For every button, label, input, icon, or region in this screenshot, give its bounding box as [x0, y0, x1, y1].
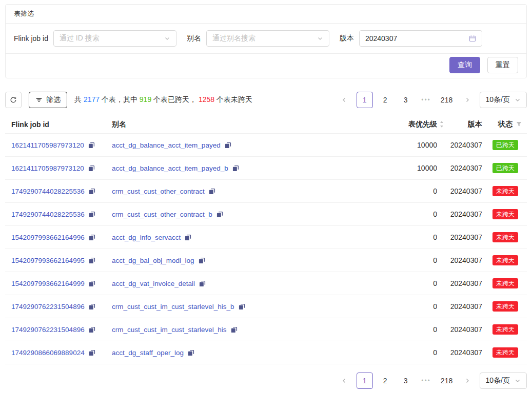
- copy-icon[interactable]: [89, 188, 95, 195]
- flink-job-id-link[interactable]: 1621411705987973120: [11, 141, 84, 149]
- prev-page-button[interactable]: [336, 92, 352, 108]
- status-badge: 未跨天: [492, 255, 518, 265]
- status-cell: 未跨天: [482, 255, 522, 265]
- page-button-last[interactable]: 218: [439, 373, 455, 389]
- table-header: Flink job id 别名 表优先级 版本 状态: [5, 115, 527, 134]
- status-cell: 未跨天: [482, 232, 522, 242]
- page-size-select[interactable]: 10条/页: [480, 373, 527, 389]
- copy-icon[interactable]: [216, 211, 223, 218]
- copy-icon[interactable]: [88, 165, 95, 172]
- alias-link[interactable]: crm_cust_cust_im_cust_starlevel_his_b: [112, 303, 234, 311]
- summary-uncrossed-count: 1258: [199, 95, 214, 104]
- page-button-2[interactable]: 2: [377, 92, 393, 108]
- version-label: 版本: [340, 34, 354, 43]
- query-button[interactable]: 查询: [449, 57, 480, 73]
- reset-button[interactable]: 重置: [487, 57, 518, 73]
- page-button-3[interactable]: 3: [398, 373, 414, 389]
- version-cell: 20240307: [444, 325, 482, 334]
- next-page-button[interactable]: [459, 92, 476, 108]
- flink-job-id-select[interactable]: 通过 ID 搜索: [53, 30, 176, 47]
- priority-cell: 0: [362, 279, 444, 287]
- copy-icon[interactable]: [188, 349, 194, 356]
- flink-job-id-field: Flink job id 通过 ID 搜索: [14, 30, 176, 47]
- alias-cell: acct_dg_staff_oper_log: [112, 349, 362, 357]
- filter-funnel-icon[interactable]: [516, 121, 522, 127]
- alias-link[interactable]: crm_cust_cust_other_contract: [112, 188, 205, 195]
- page-ellipsis[interactable]: •••: [418, 373, 435, 389]
- alias-link[interactable]: acct_dg_staff_oper_log: [112, 349, 184, 357]
- table-row: 1749290744028225536 crm_cust_cust_other_…: [5, 203, 527, 226]
- summary-part: 个表，其中: [100, 95, 140, 104]
- page-button-1[interactable]: 1: [357, 373, 373, 389]
- summary-text: 共 2177 个表，其中 919 个表已跨天， 1258 个表未跨天: [74, 95, 252, 105]
- alias-link[interactable]: acct_dg_balance_acct_item_payed_b: [112, 164, 228, 172]
- flink-job-id-link[interactable]: 1542097993662164996: [11, 234, 85, 241]
- copy-icon[interactable]: [231, 326, 238, 333]
- job-id-cell: 1621411705987973120: [11, 164, 112, 172]
- copy-icon[interactable]: [89, 257, 95, 264]
- flink-job-id-link[interactable]: 1542097993662164999: [11, 280, 85, 287]
- page-button-last[interactable]: 218: [439, 92, 455, 108]
- alias-link[interactable]: acct_dg_bal_obj_modi_log: [112, 257, 194, 264]
- priority-cell: 0: [362, 210, 444, 218]
- refresh-button[interactable]: [5, 92, 22, 108]
- copy-icon[interactable]: [89, 303, 95, 310]
- chevron-down-icon: [317, 35, 323, 42]
- copy-icon[interactable]: [239, 303, 245, 310]
- filter-button[interactable]: 筛选: [29, 92, 67, 108]
- flink-job-id-link[interactable]: 1542097993662164995: [11, 257, 85, 264]
- prev-page-button[interactable]: [336, 373, 352, 389]
- copy-icon[interactable]: [89, 326, 95, 333]
- alias-select[interactable]: 通过别名搜索: [206, 30, 329, 47]
- copy-icon[interactable]: [89, 211, 95, 218]
- summary-total-count: 2177: [84, 95, 100, 104]
- alias-label: 别名: [187, 34, 201, 43]
- status-cell: 未跨天: [482, 347, 522, 358]
- flink-job-id-link[interactable]: 1749290744028225536: [11, 188, 85, 195]
- copy-icon[interactable]: [225, 142, 231, 149]
- column-header-status: 状态: [482, 120, 522, 129]
- copy-icon[interactable]: [209, 188, 215, 195]
- sort-carets-icon[interactable]: [439, 120, 444, 129]
- copy-icon[interactable]: [199, 280, 206, 287]
- alias-link[interactable]: acct_dg_vat_invoice_detail: [112, 280, 195, 287]
- page-size-value: 10条/页: [486, 376, 510, 385]
- job-id-cell: 1621411705987973120: [11, 141, 112, 149]
- copy-icon[interactable]: [89, 349, 95, 356]
- version-date-picker[interactable]: 20240307: [359, 30, 482, 47]
- page-button-3[interactable]: 3: [398, 92, 414, 108]
- column-header-status-label: 状态: [498, 120, 513, 129]
- copy-icon[interactable]: [88, 142, 95, 149]
- flink-job-id-link[interactable]: 1749290866069889024: [11, 349, 85, 357]
- alias-link[interactable]: crm_cust_cust_im_cust_starlevel_his: [112, 326, 227, 334]
- job-id-cell: 1749290744028225536: [11, 211, 112, 218]
- priority-cell: 10000: [362, 164, 444, 172]
- priority-cell: 0: [362, 233, 444, 241]
- copy-icon[interactable]: [89, 280, 95, 287]
- copy-icon[interactable]: [232, 165, 239, 172]
- page-size-select[interactable]: 10条/页: [480, 92, 527, 108]
- alias-link[interactable]: acct_dg_balance_acct_item_payed: [112, 141, 221, 149]
- copy-icon[interactable]: [199, 257, 205, 264]
- column-header-priority[interactable]: 表优先级: [362, 120, 444, 129]
- flink-job-id-link[interactable]: 1749290762231504896: [11, 303, 85, 311]
- copy-icon[interactable]: [89, 234, 95, 241]
- flink-job-id-link[interactable]: 1749290762231504896: [11, 326, 85, 334]
- status-badge: 未跨天: [492, 186, 518, 196]
- alias-link[interactable]: acct_dg_info_servacct: [112, 234, 181, 241]
- flink-job-id-link[interactable]: 1621411705987973120: [11, 164, 84, 172]
- version-field: 版本 20240307: [340, 30, 482, 47]
- page-button-2[interactable]: 2: [377, 373, 393, 389]
- next-page-button[interactable]: [459, 373, 476, 389]
- page-button-1[interactable]: 1: [357, 92, 373, 108]
- status-badge: 未跨天: [492, 232, 518, 242]
- alias-link[interactable]: crm_cust_cust_other_contract_b: [112, 211, 212, 218]
- status-badge: 未跨天: [492, 324, 518, 335]
- table-row: 1621411705987973120 acct_dg_balance_acct…: [5, 157, 527, 180]
- copy-icon[interactable]: [185, 234, 191, 241]
- job-id-cell: 1542097993662164995: [11, 257, 112, 264]
- page-ellipsis[interactable]: •••: [418, 92, 435, 108]
- flink-job-id-link[interactable]: 1749290744028225536: [11, 211, 85, 218]
- column-header-version: 版本: [444, 120, 482, 129]
- refresh-icon: [10, 96, 17, 104]
